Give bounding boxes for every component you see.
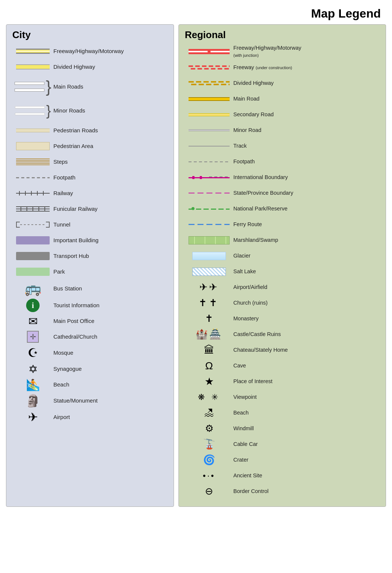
r-minor-label: Minor Road [233,127,261,134]
r-monastery-icon: ✝ [205,313,213,324]
bus-icon: 🚌 [25,281,41,296]
bus-station-symbol: 🚌 [12,281,53,296]
r-castle-symbol: 🏰🏯 [185,329,233,340]
list-item: Glacier [185,249,380,263]
main-roads-symbol: } [12,80,53,93]
cathedral-label: Cathedral/Church [53,333,97,340]
r-church-label: Church (ruins) [233,299,268,306]
r-monastery-symbol: ✝ [185,313,233,324]
statue-icon: 🗿 [25,394,40,408]
r-airport-icon: ✈✈ [199,281,219,293]
r-state-boundary-symbol [185,192,233,194]
steps-label: Steps [53,158,68,165]
list-item: Pedestrian Area [12,139,168,153]
airport-city-symbol: ✈ [12,410,53,424]
r-marshland-symbol [185,236,233,244]
r-glacier-label: Glacier [233,252,251,259]
divided-hwy-label: Divided Highway [53,64,95,70]
r-cablecar-label: Cable Car [233,441,258,448]
r-divided-symbol [185,81,233,85]
minor-roads-label: Minor Roads [53,107,85,114]
tunnel-symbol [12,221,53,228]
park-symbol [12,268,53,276]
list-item: •·• Ancient Site [185,469,380,483]
list-item: } Main Roads [12,76,168,98]
cathedral-icon: ✛ [27,331,39,343]
r-viewpoint-symbol: ❋ ✳ [185,392,233,402]
mosque-symbol: ☪ [12,346,53,360]
r-track-label: Track [233,142,247,150]
r-ferry-label: Ferry Route [233,221,262,228]
tunnel-label: Tunnel [53,221,70,228]
r-ancient-label: Ancient Site [233,472,262,479]
r-beach-label: Beach [233,409,249,416]
railway-label: Railway [53,190,73,197]
r-main-label: Main Road [233,95,259,102]
list-item: Tunnel [12,218,168,231]
r-cave-symbol: Ω [185,360,233,372]
regional-heading: Regional [185,29,380,41]
r-windmill-symbol: ⚙ [185,423,233,434]
list-item: Minor Road [185,124,380,137]
list-item: Salt Lake [185,265,380,278]
mosque-icon: ☪ [28,346,38,360]
r-glacier-symbol [185,252,233,260]
beach-city-symbol: 🏄 [12,378,53,391]
r-beach-icon: 🏖 [204,407,214,419]
list-item: ★ Place of Interest [185,375,380,388]
list-item: 🏖 Beach [185,406,380,420]
railway-symbol [12,191,53,195]
city-heading: City [12,29,168,41]
list-item: ☪ Mosque [12,346,168,360]
r-crater-symbol: 🌀 [185,454,233,466]
important-building-symbol [12,236,53,244]
r-intl-boundary-label: International Boundary [233,174,288,181]
list-item: State/Province Boundary [185,187,380,200]
main-roads-label: Main Roads [53,83,83,90]
r-cablecar-symbol: 🚡 [185,438,233,450]
list-item: ✛ Cathedral/Church [12,330,168,344]
r-beach-symbol: 🏖 [185,407,233,419]
airport-label: Airport [53,414,70,420]
statue-symbol: 🗿 [12,394,53,408]
pedestrian-area-symbol [12,142,53,150]
list-item: ✝ Monastery [185,312,380,326]
r-secondary-symbol [185,113,233,116]
list-item: ✝✝ Church (ruins) [185,296,380,310]
r-church-symbol: ✝✝ [185,297,233,309]
list-item: Freeway (under construction) [185,61,380,74]
list-item: Freeway/Highway/Motorway [12,44,168,58]
list-item: Marshland/Swamp [185,234,380,247]
r-castle-icon: 🏰🏯 [196,329,223,340]
r-freeway-label: Freeway/Highway/Motorway (with junction) [233,44,301,59]
list-item: Ω Cave [185,359,380,373]
beach-icon: 🏄 [26,378,40,391]
list-item: Divided Highway [12,60,168,74]
page-title: Map Legend [0,0,392,24]
r-cave-icon: Ω [205,360,213,372]
r-minor-symbol [185,129,233,131]
list-item: International Boundary [185,171,380,184]
synagogue-label: Synagogue [53,366,82,372]
r-church-icon: ✝✝ [199,297,220,309]
pedestrian-area-label: Pedestrian Area [53,143,93,150]
r-airport-symbol: ✈✈ [185,281,233,293]
r-windmill-icon: ⚙ [205,423,214,434]
r-chateau-label: Chateau/Stately Home [233,346,288,354]
r-viewpoint-label: Viewpoint [233,394,257,401]
list-item: Transport Hub [12,249,168,263]
r-footpath-label: Footpath [233,158,255,165]
r-secondary-label: Secondary Road [233,111,274,118]
r-viewpoint-icon: ❋ ✳ [198,392,220,402]
list-item: i Tourist Information [12,299,168,312]
r-border-symbol: ⊖ [185,486,233,497]
list-item: 🚡 Cable Car [185,438,380,451]
pedestrian-roads-label: Pedestrian Roads [53,127,98,134]
list-item: 🌀 Crater [185,453,380,467]
r-divided-label: Divided Highway [233,80,274,87]
r-airport-label: Airport/Airfield [233,284,267,291]
important-building-label: Important Building [53,237,99,244]
r-windmill-label: Windmill [233,425,254,432]
freeway-symbol [12,49,53,54]
list-item: Railway [12,187,168,200]
